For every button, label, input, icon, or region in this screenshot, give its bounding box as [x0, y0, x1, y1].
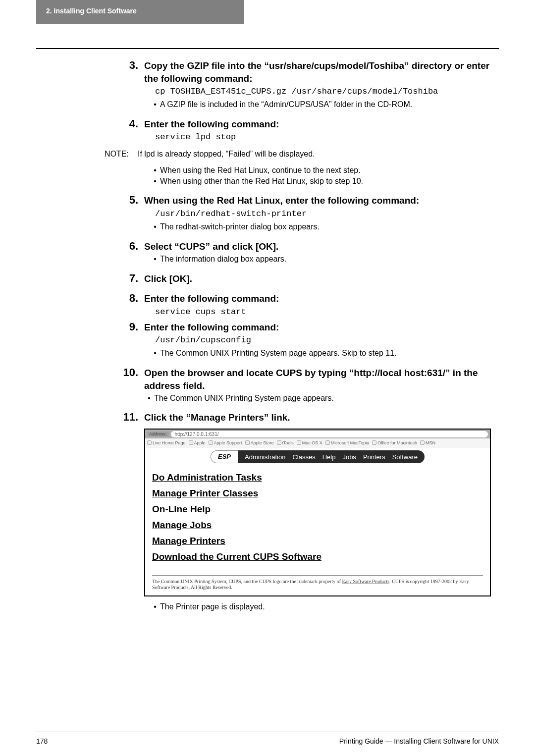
bullet-dot: •: [150, 165, 160, 176]
bullet-text: When using the Red Hat Linux, continue t…: [160, 165, 499, 176]
footer-right: Printing Guide — Installing Client Softw…: [339, 737, 499, 745]
cups-footer: The Common UNIX Printing System, CUPS, a…: [145, 579, 490, 595]
code-block: /usr/bin/redhat-switch-printer: [155, 209, 499, 218]
step-number: 9.: [36, 321, 144, 333]
bullet-text: A GZIP file is included in the “Admin/CU…: [160, 99, 499, 110]
bullet-text: The Common UNIX Printing System page app…: [154, 393, 499, 404]
bullet-text: The Printer page is displayed.: [160, 601, 499, 612]
bullet-text: The information dialog box appears.: [160, 254, 499, 265]
bookmark-item: Microsoft MacTopia: [331, 440, 370, 445]
cups-link-help: On-Line Help: [152, 504, 483, 515]
step-title: Click [OK].: [144, 272, 499, 285]
bookmark-icon: [189, 440, 193, 445]
address-url: http://127.0.0.1:631/: [171, 431, 488, 437]
nav-tab-item: Administration: [245, 453, 285, 461]
bookmark-icon: [245, 440, 250, 445]
step-title: Copy the GZIP file into the “usr/share/c…: [144, 59, 499, 85]
bullet-dot: •: [150, 176, 160, 187]
step-number: 4.: [36, 117, 144, 130]
cups-link-classes: Manage Printer Classes: [152, 488, 483, 499]
bullet-dot: •: [150, 254, 160, 265]
bookmark-icon: [209, 440, 213, 445]
bookmark-item: Live Home Page: [153, 440, 186, 445]
address-bar: Address: http://127.0.0.1:631/: [145, 430, 490, 438]
cups-link-download: Download the Current CUPS Software: [152, 551, 483, 562]
step-number: 3.: [36, 59, 144, 72]
bookmark-icon: [372, 440, 376, 445]
bookmark-icon: [297, 440, 301, 445]
nav-tab-item: Classes: [292, 453, 315, 461]
step-title: Click the “Manage Printers” link.: [144, 411, 499, 424]
step-title: Enter the following command:: [144, 321, 499, 334]
note-text: If lpd is already stopped, “Failed” will…: [138, 149, 499, 160]
step-title: Select “CUPS” and click [OK].: [144, 240, 499, 253]
step-number: 7.: [36, 272, 144, 285]
nav-tabs: ESP Administration Classes Help Jobs Pri…: [145, 447, 490, 463]
cups-foot-text-a: The Common UNIX Printing System, CUPS, a…: [152, 579, 342, 584]
bullet-dot: •: [150, 348, 160, 359]
page-number: 178: [36, 737, 48, 745]
tab-esp: ESP: [211, 450, 238, 463]
top-rule: [36, 48, 499, 49]
bullet-dot: •: [150, 99, 160, 110]
note-label: NOTE:: [36, 150, 138, 159]
step-number: 10.: [36, 366, 144, 379]
step-number: 8.: [36, 292, 144, 305]
step-number: 6.: [36, 240, 144, 253]
cups-link-printers: Manage Printers: [152, 536, 483, 546]
bookmark-icon: [325, 440, 330, 445]
bookmark-item: Apple Support: [214, 440, 242, 445]
code-block: cp TOSHIBA_EST451c_CUPS.gz /usr/share/cu…: [155, 87, 499, 96]
bullet-dot: •: [150, 221, 160, 232]
page-content: 3. Copy the GZIP file into the “usr/shar…: [36, 57, 499, 613]
address-label: Address:: [147, 432, 169, 436]
cups-link-jobs: Manage Jobs: [152, 520, 483, 531]
nav-tab-item: Software: [392, 453, 418, 461]
bottom-rule: [36, 732, 499, 732]
nav-tab-item: Jobs: [342, 453, 356, 461]
bookmark-item: Apple: [194, 440, 206, 445]
bullet-text: The Common UNIX Printing System page app…: [160, 348, 499, 359]
cups-screenshot: Address: http://127.0.0.1:631/ Live Home…: [144, 429, 491, 596]
step-title: When using the Red Hat Linux, enter the …: [144, 194, 499, 207]
code-block: /usr/bin/cupsconfig: [155, 335, 499, 345]
step-number: 5.: [36, 194, 144, 207]
step-title: Open the browser and locate CUPS by typi…: [144, 367, 499, 392]
divider: [152, 575, 483, 576]
bookmark-icon: [277, 440, 281, 445]
bookmark-icon: [147, 440, 152, 445]
bullet-text: When using other than the Red Hat Linux,…: [160, 176, 499, 187]
bookmark-item: iTools: [282, 440, 294, 445]
bookmark-item: Mac OS X: [302, 440, 322, 445]
bookmark-icon: [420, 440, 425, 445]
nav-tab-item: Printers: [363, 453, 385, 461]
cups-link-admin: Do Administration Tasks: [152, 472, 483, 483]
nav-tab-item: Help: [322, 453, 336, 461]
bullet-text: The redhat-switch-printer dialog box app…: [160, 221, 499, 232]
cups-foot-link: Easy Software Products: [342, 579, 390, 584]
bookmark-item: Office for Macintosh: [377, 440, 417, 445]
bookmarks-bar: Live Home Page Apple Apple Support Apple…: [145, 438, 490, 447]
bookmark-item: Apple Store: [251, 440, 274, 445]
header-tab: 2. Installing Client Software: [36, 0, 244, 24]
step-title: Enter the following command:: [144, 292, 499, 305]
step-number: 11.: [36, 411, 144, 424]
bookmark-item: MSN: [426, 440, 435, 445]
bullet-dot: •: [150, 601, 160, 612]
code-block: service cups start: [155, 307, 499, 317]
bullet-dot: •: [144, 393, 154, 404]
step-title: Enter the following command:: [144, 118, 499, 131]
code-block: service lpd stop: [155, 132, 499, 142]
